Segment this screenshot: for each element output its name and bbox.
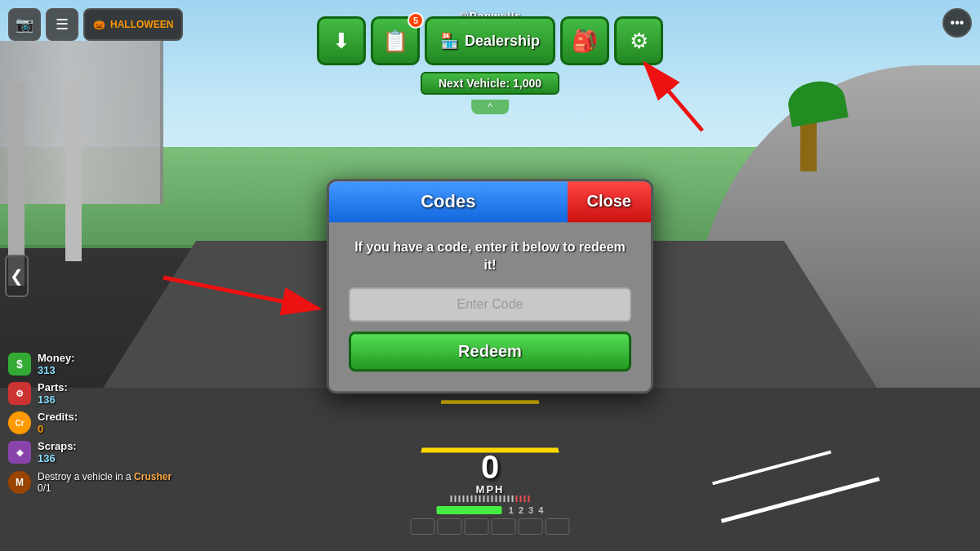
close-button[interactable]: Close (568, 181, 651, 222)
modal-body: If you have a code, enter it below to re… (329, 222, 651, 392)
modal-overlay: Codes Close If you have a code, enter it… (0, 0, 980, 551)
modal-header: Codes Close (329, 181, 651, 222)
code-input[interactable] (349, 288, 631, 322)
codes-title[interactable]: Codes (329, 181, 568, 222)
codes-modal: Codes Close If you have a code, enter it… (327, 179, 653, 394)
codes-description: If you have a code, enter it below to re… (349, 238, 631, 275)
redeem-button[interactable]: Redeem (349, 332, 631, 372)
